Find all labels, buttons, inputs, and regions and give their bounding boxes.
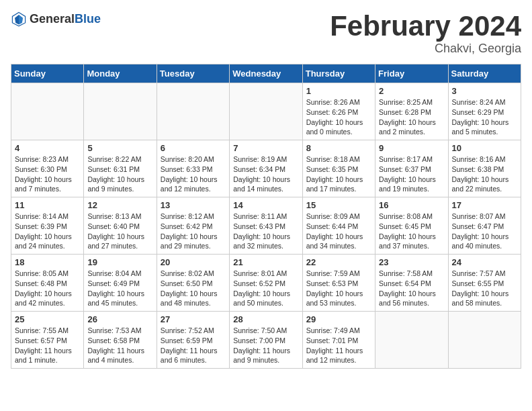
day-info: Sunrise: 8:23 AMSunset: 6:30 PMDaylight:… xyxy=(15,154,80,194)
day-number: 5 xyxy=(87,143,152,153)
svg-marker-2 xyxy=(19,15,23,24)
day-number: 8 xyxy=(306,143,371,153)
day-number: 7 xyxy=(233,143,298,153)
day-info: Sunrise: 7:55 AMSunset: 6:57 PMDaylight:… xyxy=(15,326,80,365)
logo-general: General xyxy=(30,12,75,26)
day-number: 21 xyxy=(233,257,298,267)
day-number: 2 xyxy=(379,86,444,96)
calendar-cell: 8Sunrise: 8:18 AMSunset: 6:35 PMDaylight… xyxy=(302,140,375,197)
calendar-cell: 10Sunrise: 8:16 AMSunset: 6:38 PMDayligh… xyxy=(448,140,521,197)
day-info: Sunrise: 8:20 AMSunset: 6:33 PMDaylight:… xyxy=(161,154,226,194)
day-info: Sunrise: 8:12 AMSunset: 6:42 PMDaylight:… xyxy=(161,212,226,251)
calendar-cell: 21Sunrise: 8:01 AMSunset: 6:52 PMDayligh… xyxy=(230,255,302,312)
day-info: Sunrise: 8:09 AMSunset: 6:44 PMDaylight:… xyxy=(306,212,371,251)
calendar-cell: 19Sunrise: 8:04 AMSunset: 6:49 PMDayligh… xyxy=(84,255,157,312)
calendar-cell: 14Sunrise: 8:11 AMSunset: 6:43 PMDayligh… xyxy=(230,197,302,255)
day-info: Sunrise: 8:18 AMSunset: 6:35 PMDaylight:… xyxy=(306,154,371,194)
logo-text: GeneralBlue xyxy=(30,12,101,26)
calendar-cell: 26Sunrise: 7:53 AMSunset: 6:58 PMDayligh… xyxy=(84,312,157,369)
weekday-header-monday: Monday xyxy=(84,64,157,83)
day-info: Sunrise: 7:57 AMSunset: 6:55 PMDaylight:… xyxy=(452,269,517,308)
calendar-cell: 9Sunrise: 8:17 AMSunset: 6:37 PMDaylight… xyxy=(375,140,448,197)
day-info: Sunrise: 8:26 AMSunset: 6:26 PMDaylight:… xyxy=(306,97,371,137)
day-info: Sunrise: 8:13 AMSunset: 6:40 PMDaylight:… xyxy=(87,212,152,251)
day-info: Sunrise: 8:01 AMSunset: 6:52 PMDaylight:… xyxy=(233,269,298,308)
day-number: 13 xyxy=(161,200,226,210)
day-info: Sunrise: 8:05 AMSunset: 6:48 PMDaylight:… xyxy=(15,269,80,308)
day-info: Sunrise: 8:17 AMSunset: 6:37 PMDaylight:… xyxy=(379,154,444,194)
calendar-cell: 29Sunrise: 7:49 AMSunset: 7:01 PMDayligh… xyxy=(302,312,375,369)
day-number: 4 xyxy=(15,143,80,153)
calendar-cell: 12Sunrise: 8:13 AMSunset: 6:40 PMDayligh… xyxy=(84,197,157,255)
day-number: 1 xyxy=(306,86,371,96)
calendar-cell: 15Sunrise: 8:09 AMSunset: 6:44 PMDayligh… xyxy=(302,197,375,255)
day-info: Sunrise: 8:19 AMSunset: 6:34 PMDaylight:… xyxy=(233,154,298,194)
day-number: 29 xyxy=(306,314,371,324)
weekday-header-saturday: Saturday xyxy=(448,64,521,83)
logo-blue: Blue xyxy=(75,12,101,26)
day-info: Sunrise: 8:25 AMSunset: 6:28 PMDaylight:… xyxy=(379,97,444,137)
location-subtitle: Chakvi, Georgia xyxy=(330,42,521,56)
day-number: 18 xyxy=(15,257,80,267)
day-info: Sunrise: 7:59 AMSunset: 6:53 PMDaylight:… xyxy=(306,269,371,308)
calendar-cell: 13Sunrise: 8:12 AMSunset: 6:42 PMDayligh… xyxy=(157,197,229,255)
day-number: 14 xyxy=(233,200,298,210)
day-info: Sunrise: 8:07 AMSunset: 6:47 PMDaylight:… xyxy=(452,212,517,251)
calendar-cell: 6Sunrise: 8:20 AMSunset: 6:33 PMDaylight… xyxy=(157,140,229,197)
weekday-header-sunday: Sunday xyxy=(11,64,84,83)
calendar-cell: 11Sunrise: 8:14 AMSunset: 6:39 PMDayligh… xyxy=(11,197,84,255)
logo: GeneralBlue xyxy=(11,11,101,27)
weekday-header-row: SundayMondayTuesdayWednesdayThursdayFrid… xyxy=(11,64,521,83)
calendar-cell: 18Sunrise: 8:05 AMSunset: 6:48 PMDayligh… xyxy=(11,255,84,312)
day-info: Sunrise: 8:08 AMSunset: 6:45 PMDaylight:… xyxy=(379,212,444,251)
calendar-cell: 16Sunrise: 8:08 AMSunset: 6:45 PMDayligh… xyxy=(375,197,448,255)
day-number: 11 xyxy=(15,200,80,210)
day-number: 17 xyxy=(452,200,517,210)
day-info: Sunrise: 7:58 AMSunset: 6:54 PMDaylight:… xyxy=(379,269,444,308)
day-number: 26 xyxy=(87,314,152,324)
calendar-cell: 22Sunrise: 7:59 AMSunset: 6:53 PMDayligh… xyxy=(302,255,375,312)
calendar-cell xyxy=(157,83,229,140)
day-number: 16 xyxy=(379,200,444,210)
day-number: 27 xyxy=(161,314,226,324)
day-number: 3 xyxy=(452,86,517,96)
day-number: 6 xyxy=(161,143,226,153)
weekday-header-thursday: Thursday xyxy=(302,64,375,83)
day-number: 24 xyxy=(452,257,517,267)
day-number: 28 xyxy=(233,314,298,324)
calendar-cell xyxy=(230,83,302,140)
calendar-cell: 3Sunrise: 8:24 AMSunset: 6:29 PMDaylight… xyxy=(448,83,521,140)
title-block: February 2024 Chakvi, Georgia xyxy=(330,11,521,56)
calendar-cell: 20Sunrise: 8:02 AMSunset: 6:50 PMDayligh… xyxy=(157,255,229,312)
day-number: 23 xyxy=(379,257,444,267)
week-row-3: 11Sunrise: 8:14 AMSunset: 6:39 PMDayligh… xyxy=(11,197,521,255)
calendar-cell: 24Sunrise: 7:57 AMSunset: 6:55 PMDayligh… xyxy=(448,255,521,312)
week-row-5: 25Sunrise: 7:55 AMSunset: 6:57 PMDayligh… xyxy=(11,312,521,369)
weekday-header-wednesday: Wednesday xyxy=(230,64,302,83)
day-info: Sunrise: 8:02 AMSunset: 6:50 PMDaylight:… xyxy=(161,269,226,308)
calendar-cell xyxy=(11,83,84,140)
calendar-cell: 17Sunrise: 8:07 AMSunset: 6:47 PMDayligh… xyxy=(448,197,521,255)
month-title: February 2024 xyxy=(330,11,521,42)
calendar-cell: 1Sunrise: 8:26 AMSunset: 6:26 PMDaylight… xyxy=(302,83,375,140)
day-number: 19 xyxy=(87,257,152,267)
calendar-cell: 25Sunrise: 7:55 AMSunset: 6:57 PMDayligh… xyxy=(11,312,84,369)
logo-icon xyxy=(11,11,27,27)
calendar-cell: 28Sunrise: 7:50 AMSunset: 7:00 PMDayligh… xyxy=(230,312,302,369)
calendar-cell: 2Sunrise: 8:25 AMSunset: 6:28 PMDaylight… xyxy=(375,83,448,140)
page-header: GeneralBlue February 2024 Chakvi, Georgi… xyxy=(11,11,521,56)
day-info: Sunrise: 7:53 AMSunset: 6:58 PMDaylight:… xyxy=(87,326,152,365)
calendar-table: SundayMondayTuesdayWednesdayThursdayFrid… xyxy=(11,64,521,369)
week-row-2: 4Sunrise: 8:23 AMSunset: 6:30 PMDaylight… xyxy=(11,140,521,197)
calendar-cell xyxy=(448,312,521,369)
day-info: Sunrise: 8:14 AMSunset: 6:39 PMDaylight:… xyxy=(15,212,80,251)
day-info: Sunrise: 8:16 AMSunset: 6:38 PMDaylight:… xyxy=(452,154,517,194)
day-info: Sunrise: 7:50 AMSunset: 7:00 PMDaylight:… xyxy=(233,326,298,365)
day-info: Sunrise: 8:22 AMSunset: 6:31 PMDaylight:… xyxy=(87,154,152,194)
calendar-cell xyxy=(375,312,448,369)
day-number: 15 xyxy=(306,200,371,210)
week-row-4: 18Sunrise: 8:05 AMSunset: 6:48 PMDayligh… xyxy=(11,255,521,312)
calendar-cell xyxy=(84,83,157,140)
day-info: Sunrise: 7:49 AMSunset: 7:01 PMDaylight:… xyxy=(306,326,371,365)
day-info: Sunrise: 7:52 AMSunset: 6:59 PMDaylight:… xyxy=(161,326,226,365)
